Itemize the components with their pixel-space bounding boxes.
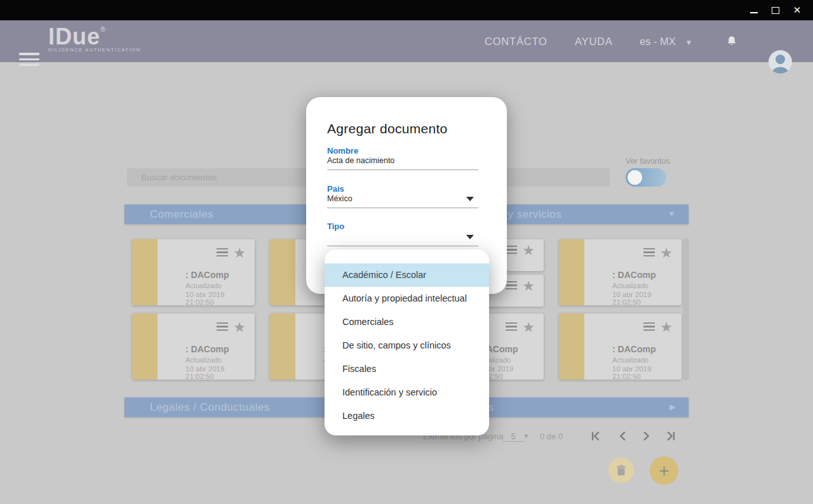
card-menu-icon[interactable] (217, 248, 228, 259)
document-thumbnail (559, 239, 584, 305)
card-status: Actualizado (612, 356, 682, 364)
close-icon: ✕ (793, 4, 802, 16)
card-timestamp: 10 abr 2019 21:02:50 (612, 365, 682, 380)
card-timestamp: 10 abr 2019 21:02:50 (185, 291, 255, 306)
pais-select-caret-icon[interactable] (466, 197, 474, 201)
delete-button[interactable] (608, 458, 634, 483)
card-menu-icon[interactable] (643, 322, 655, 333)
option-de-sitio-campos-clinicos[interactable]: De sitio, campos y clínicos (325, 334, 489, 357)
modal-title: Agregar documento (327, 121, 448, 136)
document-thumbnail (270, 239, 295, 305)
pais-field-label: País (327, 184, 344, 194)
page-size-select[interactable]: 5 (502, 432, 525, 442)
card-menu-icon[interactable] (506, 246, 517, 256)
document-thumbnail (559, 314, 584, 380)
card-title: : DAComp (612, 270, 682, 280)
chevron-down-icon: ▼ (685, 38, 692, 47)
option-legales[interactable]: Legales (325, 404, 489, 428)
nombre-field-input[interactable]: Acta de nacimiento (327, 156, 394, 165)
document-thumbnail (132, 314, 158, 380)
card-timestamp: 10 abr 2019 21:02:50 (185, 365, 255, 380)
favorite-star-icon[interactable]: ★ (660, 247, 673, 260)
language-value: es - MX (640, 36, 676, 47)
favorite-star-icon[interactable]: ★ (233, 247, 246, 260)
favorites-label: Ver favoritos (626, 157, 669, 166)
card-status: Actualizado (612, 282, 682, 289)
document-thumbnail (270, 314, 295, 380)
card-menu-icon[interactable] (506, 281, 517, 292)
document-card[interactable]: ★ : DACompActualizado10 abr 2019 21:02:5… (559, 314, 682, 380)
tipo-select-caret-icon[interactable] (466, 235, 474, 239)
card-title: : DAComp (185, 344, 255, 354)
window-minimize-button[interactable] (743, 0, 765, 20)
favorites-toggle[interactable] (626, 168, 666, 187)
page-range-label: 0 de 0 (540, 432, 563, 441)
nav-contacto[interactable]: CONTÁCTO (485, 36, 548, 48)
trash-icon (616, 465, 626, 476)
window-close-button[interactable]: ✕ (786, 0, 808, 20)
expand-icon[interactable]: ▶ (669, 397, 676, 417)
favorite-star-icon[interactable]: ★ (522, 280, 535, 293)
card-menu-icon[interactable] (643, 248, 655, 259)
card-status: Actualizado (185, 282, 255, 289)
card-menu-icon[interactable] (217, 322, 228, 333)
option-fiscales[interactable]: Fiscales (325, 357, 489, 381)
option-autoria-propiedad[interactable]: Autoría y propiedad intelectual (325, 287, 489, 310)
add-document-button[interactable]: + (650, 456, 678, 485)
pais-field-underline (327, 208, 478, 208)
language-selector[interactable]: es - MX ▼ (640, 36, 692, 48)
maximize-icon (772, 7, 779, 14)
registered-mark: ® (100, 25, 105, 33)
document-thumbnail (132, 239, 158, 305)
collapse-icon[interactable]: ▼ (668, 204, 676, 224)
tipo-options-dropdown: Académico / Escolar Autoría y propiedad … (325, 249, 489, 435)
document-card[interactable]: ★ : DACompActualizado10 abr 2019 21:02:5… (132, 314, 255, 380)
notifications-bell-icon[interactable] (725, 34, 739, 51)
section-title: Comerciales (150, 208, 213, 220)
document-card[interactable]: ★ : DACompActualizado10 abr 2019 21:02:5… (559, 239, 682, 305)
brand-tagline: DILIGENCE AUTHENTICATION (48, 47, 141, 53)
app-header: IDue® DILIGENCE AUTHENTICATION CONTÁCTO … (0, 20, 813, 62)
previous-page-button[interactable] (616, 429, 630, 443)
favorite-star-icon[interactable]: ★ (233, 321, 246, 334)
user-avatar[interactable] (769, 50, 792, 74)
card-menu-icon[interactable] (506, 322, 517, 333)
window-title-bar: ✕ (0, 0, 813, 20)
next-page-button[interactable] (639, 429, 653, 443)
card-timestamp: 10 abr 2019 21:02:50 (612, 291, 682, 306)
option-academico-escolar[interactable]: Académico / Escolar (325, 263, 489, 287)
nombre-field-label: Nombre (327, 146, 358, 156)
brand-logo: IDue® DILIGENCE AUTHENTICATION (48, 25, 141, 53)
last-page-button[interactable] (663, 429, 677, 443)
tipo-field-underline (327, 246, 478, 246)
cards-scrollbar[interactable] (683, 238, 689, 380)
favorite-star-icon[interactable]: ★ (522, 321, 535, 334)
card-title: : DAComp (185, 270, 255, 280)
nav-ayuda[interactable]: AYUDA (575, 36, 613, 48)
toggle-knob (628, 170, 642, 185)
option-identificacion-servicio[interactable]: Identificación y servicio (325, 381, 489, 404)
minimize-icon (750, 12, 758, 13)
card-status: Actualizado (185, 356, 255, 364)
application-window: ✕ IDue® DILIGENCE AUTHENTICATION CONTÁCT… (0, 0, 813, 504)
favorite-star-icon[interactable]: ★ (660, 321, 673, 334)
pais-select[interactable]: México (327, 194, 353, 203)
brand-name: IDue (48, 23, 100, 50)
nombre-field-underline (327, 169, 478, 170)
option-comerciales[interactable]: Comerciales (325, 310, 489, 334)
page-size-caret-icon[interactable]: ▼ (523, 433, 529, 439)
section-title: Legales / Conductuales (150, 401, 270, 413)
favorite-star-icon[interactable]: ★ (522, 244, 535, 257)
document-card[interactable]: ★ : DACompActualizado10 abr 2019 21:02:5… (132, 239, 255, 305)
tipo-field-label: Tipo (327, 222, 344, 231)
first-page-button[interactable] (589, 429, 603, 443)
window-maximize-button[interactable] (765, 0, 786, 20)
card-title: : DAComp (612, 344, 682, 354)
hamburger-menu-icon[interactable] (19, 53, 39, 69)
